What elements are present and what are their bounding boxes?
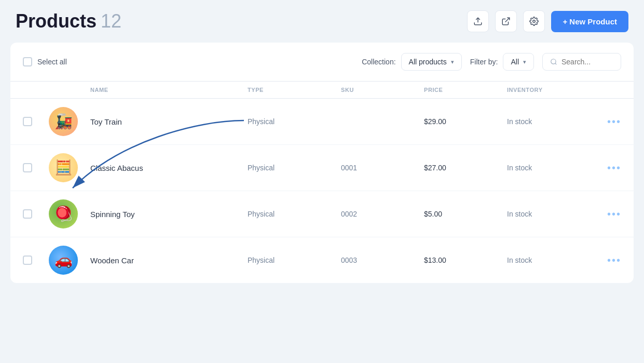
table-row: 🪀 Spinning Toy Physical 0002 $5.00 In st…: [10, 191, 634, 237]
page-title: Products: [16, 10, 97, 32]
row-checkbox[interactable]: [23, 209, 32, 219]
more-options-button[interactable]: •••: [590, 208, 621, 220]
table-row: 🚗 Wooden Car Physical 0003 $13.00 In sto…: [10, 237, 634, 283]
main-panel: Select all Collection: All products ▾ Fi…: [10, 43, 634, 283]
avatar: 🚂: [49, 107, 78, 136]
product-count: 12: [101, 10, 121, 32]
col-name: NAME: [90, 87, 248, 93]
select-all-checkbox[interactable]: [23, 57, 32, 66]
product-price: $27.00: [424, 164, 507, 172]
filter-label: Filter by:: [470, 58, 498, 66]
new-product-button[interactable]: + New Product: [551, 11, 628, 32]
header-actions: + New Product: [467, 10, 628, 32]
select-all-label: Select all: [37, 58, 67, 66]
col-price: PRICE: [424, 87, 507, 93]
product-type: Physical: [248, 164, 341, 172]
product-inventory: In stock: [507, 210, 590, 218]
table-row: 🚂 Toy Train Physical $29.00 In stock •••: [10, 99, 634, 145]
svg-line-4: [555, 63, 557, 65]
row-checkbox[interactable]: [23, 163, 32, 172]
svg-point-2: [533, 20, 536, 23]
select-all-area: Select all: [23, 57, 67, 66]
col-inventory: INVENTORY: [507, 87, 590, 93]
product-sku: 0002: [341, 210, 424, 218]
collection-value: All products: [409, 58, 447, 66]
product-type: Physical: [248, 256, 341, 264]
filter-dropdown[interactable]: All ▾: [503, 53, 534, 71]
row-checkbox[interactable]: [23, 117, 32, 126]
product-price: $13.00: [424, 256, 507, 264]
external-link-button[interactable]: [495, 10, 517, 32]
product-inventory: In stock: [507, 164, 590, 172]
product-sku: 0003: [341, 256, 424, 264]
product-price: $5.00: [424, 210, 507, 218]
product-name: Wooden Car: [90, 256, 248, 265]
toolbar: Select all Collection: All products ▾ Fi…: [10, 43, 634, 82]
products-panel: Select all Collection: All products ▾ Fi…: [0, 43, 644, 283]
page-title-area: Products 12: [16, 10, 121, 32]
more-options-button[interactable]: •••: [590, 162, 621, 174]
search-icon: [550, 58, 557, 65]
filter-by-group: Filter by: All ▾: [470, 53, 534, 71]
table-header: NAME TYPE SKU PRICE INVENTORY: [10, 82, 634, 99]
filter-value: All: [511, 58, 519, 66]
col-type: TYPE: [248, 87, 341, 93]
more-options-button[interactable]: •••: [590, 116, 621, 128]
more-options-button[interactable]: •••: [590, 254, 621, 266]
search-box: [542, 53, 621, 71]
product-price: $29.00: [424, 117, 507, 126]
search-input[interactable]: [561, 58, 613, 66]
product-type: Physical: [248, 210, 341, 218]
row-checkbox[interactable]: [23, 256, 32, 265]
filter-chevron-icon: ▾: [523, 59, 526, 65]
collection-filter-group: Collection: All products ▾: [362, 53, 462, 71]
product-sku: 0001: [341, 164, 424, 172]
collection-dropdown[interactable]: All products ▾: [401, 53, 462, 71]
collection-label: Collection:: [362, 58, 395, 66]
product-name: Classic Abacus: [90, 164, 248, 172]
avatar: 🧮: [49, 153, 78, 182]
table-row: 🧮 Classic Abacus Physical 0001 $27.00 In…: [10, 145, 634, 191]
page-header: Products 12 + New Product: [0, 0, 644, 43]
avatar: 🚗: [49, 246, 78, 275]
settings-button[interactable]: [523, 10, 545, 32]
collection-chevron-icon: ▾: [451, 59, 454, 65]
export-button[interactable]: [467, 10, 489, 32]
avatar: 🪀: [49, 199, 78, 228]
product-name: Toy Train: [90, 117, 248, 126]
svg-point-3: [551, 59, 556, 64]
product-type: Physical: [248, 117, 341, 126]
product-inventory: In stock: [507, 117, 590, 126]
product-name: Spinning Toy: [90, 210, 248, 219]
svg-line-1: [505, 18, 510, 22]
col-sku: SKU: [341, 87, 424, 93]
product-inventory: In stock: [507, 256, 590, 264]
